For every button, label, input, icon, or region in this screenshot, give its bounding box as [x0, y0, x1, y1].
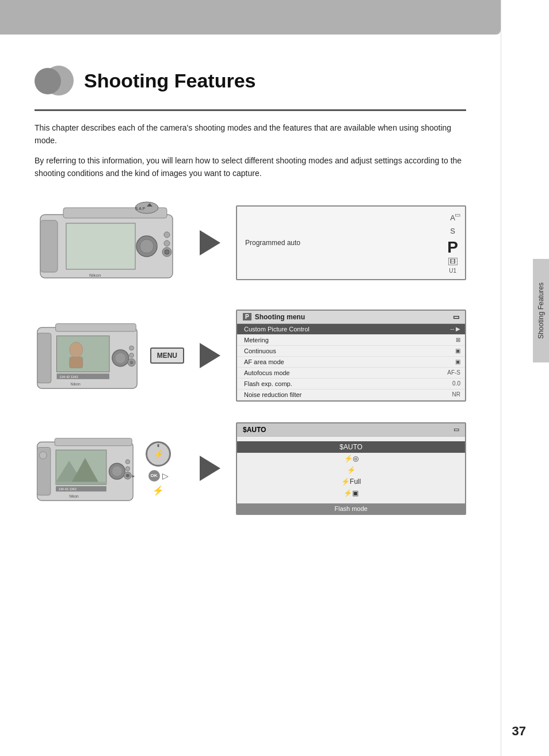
svg-text:134-42   1342: 134-42 1342: [59, 487, 77, 491]
flash-header: $AUTO ▭: [237, 423, 465, 437]
chapter-title: Shooting Features: [84, 70, 256, 92]
menu-item-label-5: Autofocus mode: [244, 369, 290, 376]
svg-text:134-42   1342: 134-42 1342: [59, 375, 78, 379]
menu-item-continuous[interactable]: Continuous ▣: [237, 346, 465, 357]
arrow-button: ▷: [162, 471, 169, 480]
main-content: Shooting Features This chapter describes…: [0, 0, 501, 756]
programmed-auto-label: Programmed auto: [245, 239, 300, 247]
menu-item-label-1: Custom Picture Control: [244, 326, 310, 333]
mode-dial[interactable]: ⚡: [146, 441, 171, 467]
ok-button[interactable]: OK: [148, 470, 160, 482]
flash-item-slow[interactable]: ⚡▣: [237, 487, 465, 499]
svg-rect-26: [70, 357, 83, 368]
flash-items-container: $AUTO ⚡◎ ⚡ ⚡Full ⚡▣: [237, 437, 465, 503]
page-number: 37: [512, 724, 526, 739]
menu-item-value-2: ⊠: [456, 337, 460, 343]
svg-rect-42: [56, 482, 106, 484]
flash-full-label: ⚡Full: [341, 478, 361, 486]
menu-item-custom-picture[interactable]: Custom Picture Control -- ▶: [237, 324, 465, 335]
svg-point-7: [164, 232, 170, 238]
mode-screen-right: A S P 🎞 U1: [447, 211, 458, 274]
circle-front-icon: [35, 68, 61, 94]
section2-row: Nikon 134-42 1342 MENU P Shooting menu: [35, 310, 466, 402]
section3-row: Nikon 134-42 1342 ► ⚡: [35, 422, 466, 515]
flash-item-auto[interactable]: $AUTO: [237, 441, 465, 453]
menu-item-value-1: -- ▶: [451, 326, 460, 332]
menu-button[interactable]: MENU: [150, 348, 184, 364]
svg-rect-2: [66, 223, 135, 269]
svg-point-19: [116, 353, 125, 363]
arrow-2: [196, 341, 224, 370]
menu-header: P Shooting menu ▭: [237, 311, 465, 324]
svg-rect-16: [57, 336, 110, 372]
menu-title: Shooting menu: [255, 313, 453, 321]
flash-auto-label: $AUTO: [243, 426, 266, 434]
mode-p: P: [447, 239, 458, 255]
menu-item-label-2: Metering: [244, 337, 269, 343]
camera-illustration-1: Nikon S A P: [35, 197, 184, 289]
section3-screen: $AUTO ▭ $AUTO ⚡◎ ⚡ ⚡Full: [236, 422, 466, 515]
svg-text:►: ►: [131, 474, 135, 479]
menu-item-autofocus[interactable]: Autofocus mode AF-S: [237, 368, 465, 379]
svg-text:S A P: S A P: [135, 207, 145, 211]
arrow-3: [196, 454, 224, 483]
section3-camera-area: Nikon 134-42 1342 ► ⚡: [35, 427, 184, 510]
flash-item-full[interactable]: ⚡Full: [237, 476, 465, 487]
dial-notch: [158, 444, 159, 447]
svg-text:Nikon: Nikon: [89, 273, 101, 278]
svg-rect-32: [55, 438, 132, 445]
svg-point-20: [129, 346, 134, 350]
menu-item-label-3: Continuous: [244, 348, 276, 354]
flash-mode-screen: $AUTO ▭ $AUTO ⚡◎ ⚡ ⚡Full: [236, 422, 466, 515]
menu-item-noise-reduction[interactable]: Noise reduction filter NR: [237, 390, 465, 400]
menu-header-icon: ▭: [453, 313, 459, 321]
flash-slow-label: ⚡▣: [344, 489, 359, 497]
flash-on-label: ⚡: [347, 466, 356, 474]
menu-item-value-6: 0.0: [452, 380, 460, 387]
flash-mode-label: Flash mode: [237, 503, 465, 514]
arrow-shape-2: [200, 343, 220, 368]
right-sidebar: Shooting Features: [501, 0, 549, 756]
section2-camera-area: Nikon 134-42 1342 MENU: [35, 314, 184, 397]
flash-item-red-eye[interactable]: ⚡◎: [237, 453, 465, 464]
flash-auto-item-label: $AUTO: [340, 443, 363, 451]
flash-header-battery: ▭: [453, 426, 459, 433]
svg-rect-17: [56, 324, 136, 331]
svg-point-34: [112, 466, 122, 476]
menu-header-p: P: [243, 313, 251, 320]
menu-rows-container: Custom Picture Control -- ▶ Metering ⊠ C…: [237, 324, 465, 400]
section2-screen: P Shooting menu ▭ Custom Picture Control…: [236, 310, 466, 402]
flash-item-on[interactable]: ⚡: [237, 464, 465, 476]
menu-item-label-7: Noise reduction filter: [244, 391, 302, 398]
svg-rect-1: [40, 220, 58, 272]
camera-svg-2: Nikon 134-42 1342: [35, 314, 146, 397]
section1-screen: ▭ Programmed auto A S P 🎞 U1: [236, 205, 466, 280]
menu-button-wrap: MENU: [150, 348, 184, 364]
menu-item-value-5: AF-S: [447, 369, 460, 376]
menu-item-af-area[interactable]: AF area mode ▣: [237, 357, 465, 368]
svg-point-10: [165, 250, 169, 254]
intro-paragraph-2: By referring to this information, you wi…: [35, 154, 466, 180]
svg-point-8: [164, 240, 170, 246]
dial-icon: ⚡: [154, 449, 163, 459]
mode-dial-screen: ▭ Programmed auto A S P 🎞 U1: [236, 205, 466, 280]
section-divider: [35, 109, 466, 111]
sidebar-tab-label: Shooting Features: [537, 282, 545, 339]
chapter-header: Shooting Features: [35, 63, 466, 98]
menu-item-flash-exp[interactable]: Flash exp. comp. 0.0: [237, 379, 465, 390]
intro-paragraph-1: This chapter describes each of the camer…: [35, 121, 466, 147]
section1-row: Nikon S A P ▭ Programmed auto A S: [35, 197, 466, 289]
svg-point-25: [70, 342, 83, 357]
flash-dial-area: ⚡ OK ▷ ⚡: [146, 441, 171, 496]
sidebar-tab: Shooting Features: [533, 259, 549, 362]
svg-point-45: [39, 451, 47, 459]
chapter-icon: [35, 63, 75, 98]
menu-item-value-3: ▣: [455, 348, 460, 354]
menu-item-label-4: AF area mode: [244, 358, 284, 365]
svg-point-35: [125, 459, 129, 463]
svg-point-6: [140, 239, 154, 253]
svg-text:Nikon: Nikon: [69, 494, 79, 498]
mode-camera-icon: 🎞: [448, 258, 458, 265]
menu-item-metering[interactable]: Metering ⊠: [237, 335, 465, 346]
flash-red-eye-label: ⚡◎: [344, 455, 359, 463]
